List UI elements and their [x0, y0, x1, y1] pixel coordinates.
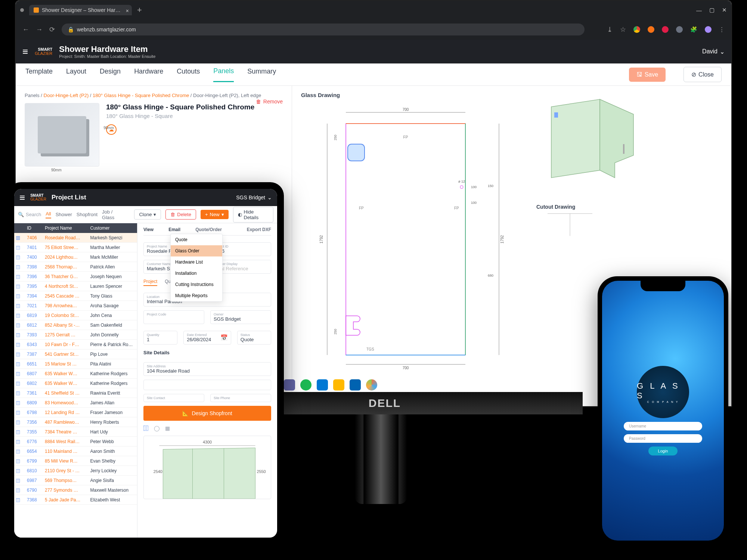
- project-row[interactable]: ◫ 6812 852 Albany St -… Sam Oakenfield: [14, 320, 137, 330]
- val-status[interactable]: Quote: [241, 337, 268, 342]
- taskbar-app-icon[interactable]: [366, 379, 377, 391]
- taskbar-calc-icon[interactable]: [350, 379, 361, 391]
- window-close-icon[interactable]: ✕: [722, 7, 727, 13]
- project-row[interactable]: ◫ 6654 110 Mainland … Aaron Smith: [14, 447, 137, 456]
- glass-drawing-canvas[interactable]: 700 1792 1792 700: [301, 101, 525, 370]
- bookmark-icon[interactable]: ☆: [620, 25, 626, 34]
- val-qty[interactable]: 1: [147, 337, 174, 342]
- project-row[interactable]: ◫ 6802 635 Walker W… Katherine Rodgers: [14, 379, 137, 388]
- window-minimize-icon[interactable]: —: [696, 7, 702, 13]
- col-id[interactable]: ID: [27, 225, 45, 231]
- remove-button[interactable]: 🗑 Remove: [256, 99, 283, 105]
- user-menu[interactable]: David ⌄: [702, 48, 725, 55]
- filter-all[interactable]: All: [46, 211, 51, 218]
- filter-jobglass[interactable]: Job / Glass: [102, 209, 125, 220]
- filter-shopfront[interactable]: Shopfront: [77, 212, 97, 217]
- save-button[interactable]: 🖫 Save: [629, 68, 666, 82]
- project-row[interactable]: ◫ 6776 8884 West Rail… Peter Webb: [14, 437, 137, 447]
- profile-avatar[interactable]: [705, 26, 712, 33]
- taskbar-explorer-icon[interactable]: [333, 379, 344, 391]
- project-row[interactable]: ◫ 6819 19 Colombo St… John Cena: [14, 311, 137, 320]
- install-icon[interactable]: ⤓: [607, 25, 613, 34]
- project-row[interactable]: ◫ 6809 83 Homewood… James Allan: [14, 398, 137, 408]
- nav-back-icon[interactable]: ←: [22, 26, 29, 34]
- dd-multiple[interactable]: Multiple Reports: [171, 290, 222, 301]
- tab-template[interactable]: Template: [25, 68, 53, 81]
- project-row[interactable]: ◫ 6790 277 Symonds … Maxwell Masterson: [14, 485, 137, 495]
- project-row[interactable]: ◫ 7394 2545 Cascade … Tony Glass: [14, 291, 137, 301]
- calendar-icon[interactable]: 📅: [220, 334, 228, 341]
- login-button[interactable]: Login: [648, 447, 678, 455]
- val-owner[interactable]: SGS Bridget: [214, 316, 268, 322]
- dtab-view[interactable]: View: [143, 227, 154, 232]
- bc-door[interactable]: Door-Hinge-Left (P2): [44, 93, 89, 98]
- ext-icon-3[interactable]: [662, 26, 669, 33]
- project-row[interactable]: ◫ 7021 798 Arrowhea… Aroha Savage: [14, 301, 137, 311]
- hide-details-button[interactable]: ◐Hide Details: [233, 207, 273, 223]
- tab-summary[interactable]: Summary: [247, 68, 276, 81]
- project-row[interactable]: ◫ 7398 2568 Thornap… Patrick Allen: [14, 262, 137, 272]
- filter-shower[interactable]: Shower: [56, 212, 72, 217]
- project-row[interactable]: ◫ 7401 75 Elliott Stree… Martha Mueller: [14, 243, 137, 252]
- dtab-quoteorder[interactable]: Quote/Order: [195, 227, 222, 232]
- itab-project[interactable]: Project: [143, 279, 157, 286]
- dd-cutting[interactable]: Cutting Instructions: [171, 279, 222, 290]
- project-row[interactable]: ◫ 6799 85 Mill View R… Evan Shelby: [14, 456, 137, 466]
- project-list[interactable]: ID Project Name Customer ▥ 7406 Rosedale…: [14, 223, 137, 538]
- clone-button[interactable]: Clone ▾: [134, 209, 161, 220]
- dtab-email[interactable]: Email: [168, 227, 180, 232]
- project-row[interactable]: ◫ 7400 2024 Lighthou… Mark McMiller: [14, 252, 137, 262]
- dd-glass-order[interactable]: Glass Order: [171, 245, 222, 256]
- val-siteaddr[interactable]: 104 Rosedale Road: [147, 368, 268, 374]
- url-input[interactable]: 🔒webnzb.smartglazier.com: [62, 24, 585, 35]
- delete-button[interactable]: 🗑Delete: [165, 209, 196, 220]
- browser-menu-icon[interactable]: ⋮: [719, 26, 725, 33]
- project-row[interactable]: ◫ 7361 41 Sheffield St … Rawinia Everitt: [14, 388, 137, 398]
- project-row[interactable]: ◫ 6651 15 Marlow St … Pita Alatini: [14, 359, 137, 369]
- new-tab-button[interactable]: +: [137, 5, 142, 15]
- project-row[interactable]: ◫ 7396 36 Thatcher G… Joseph Nequen: [14, 272, 137, 281]
- project-row[interactable]: ◫ 7355 7384 Theatre … Hart Udy: [14, 427, 137, 437]
- close-button[interactable]: ⊘ Close: [684, 67, 722, 82]
- project-row[interactable]: ◫ 6798 12 Landing Rd … Fraser Jameson: [14, 408, 137, 417]
- tab-cutouts[interactable]: Cutouts: [177, 68, 200, 81]
- shopfront-canvas[interactable]: 4300 2540 2550: [143, 436, 271, 499]
- project-row[interactable]: ◫ 7395 4 Northcroft St… Lauren Spencer: [14, 281, 137, 291]
- password-input[interactable]: Password: [624, 434, 702, 443]
- project-row[interactable]: ◫ 6343 10 Fawn Dr - F… Pierre & Patrick …: [14, 340, 137, 349]
- username-input[interactable]: Username: [624, 422, 702, 430]
- circle-icon[interactable]: ◯: [154, 425, 160, 431]
- project-row[interactable]: ▥ 7406 Rosedale Road… Markesh Spenzi: [14, 233, 137, 243]
- tab-menu-dot[interactable]: [20, 8, 24, 12]
- layout-icon[interactable]: ⿲: [143, 425, 149, 431]
- dd-installation[interactable]: Installation: [171, 268, 222, 279]
- taskbar-teams-icon[interactable]: [284, 379, 295, 391]
- tab-layout[interactable]: Layout: [66, 68, 86, 81]
- tablet-hamburger-icon[interactable]: ≡: [19, 192, 25, 203]
- email-dropdown[interactable]: Quote Glass Order Hardware List Installa…: [170, 234, 223, 302]
- grid-icon[interactable]: ▦: [165, 425, 170, 431]
- dd-hardware-list[interactable]: Hardware List: [171, 256, 222, 268]
- project-row[interactable]: ◫ 7393 1275 Gerralt … John Donnelly: [14, 330, 137, 340]
- new-button[interactable]: + New ▾: [201, 210, 229, 219]
- taskbar-spotify-icon[interactable]: [300, 379, 311, 391]
- tab-design[interactable]: Design: [100, 68, 121, 81]
- project-row[interactable]: ◫ 7356 487 Ramblewo… Henry Roberts: [14, 417, 137, 427]
- project-row[interactable]: ◫ 7387 541 Gartner St… Pip Love: [14, 349, 137, 359]
- dtab-export[interactable]: Export DXF: [247, 227, 271, 232]
- project-row[interactable]: ◫ 6987 569 Thompso… Angie Sisifa: [14, 476, 137, 485]
- search-input[interactable]: 🔍 Search: [18, 212, 41, 217]
- project-row[interactable]: ◫ 7368 5 Jade Jade Pa… Elizabeth West: [14, 495, 137, 505]
- hamburger-icon[interactable]: ≡: [22, 46, 28, 57]
- ext-icon-2[interactable]: [648, 26, 654, 33]
- project-row[interactable]: ◫ 6807 635 Walker W… Katherine Rodgers: [14, 369, 137, 379]
- extensions-icon[interactable]: 🧩: [690, 26, 697, 33]
- design-shopfront-button[interactable]: 📐 Design Shopfront: [143, 406, 271, 421]
- taskbar-outlook-icon[interactable]: [317, 379, 328, 391]
- browser-tab[interactable]: Shower Designer – Shower Har… ×: [29, 5, 132, 15]
- bc-hinge[interactable]: 180° Glass Hinge - Square Polished Chrom…: [93, 93, 189, 98]
- ext-icon-4[interactable]: [676, 26, 683, 33]
- nav-forward-icon[interactable]: →: [36, 26, 43, 34]
- window-restore-icon[interactable]: ▢: [709, 7, 715, 13]
- tab-panels[interactable]: Panels: [213, 67, 234, 82]
